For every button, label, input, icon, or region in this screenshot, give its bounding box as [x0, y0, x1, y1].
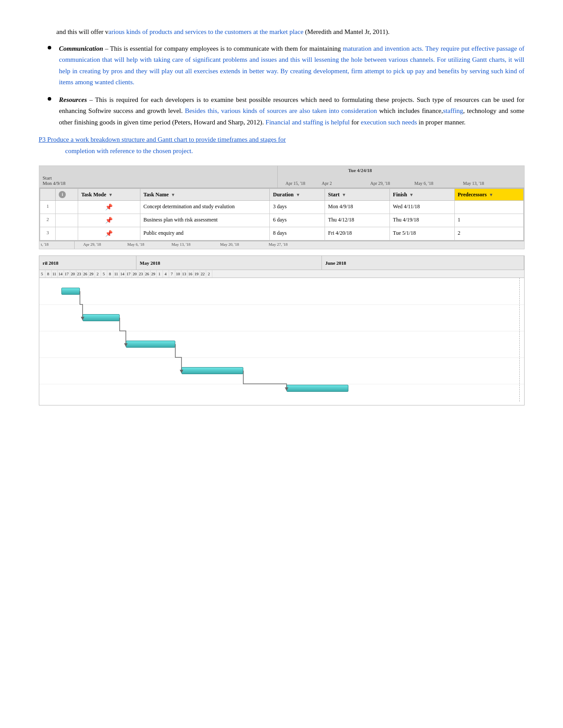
apr29-label: Apr 29, '18: [370, 181, 390, 186]
day-17: 17: [64, 270, 70, 278]
table-row: 2 📌 Business plan with risk assessment 6…: [40, 214, 523, 227]
bullet-dot: [48, 46, 51, 49]
may13-label: May 13, '18: [463, 181, 484, 186]
day-8: 8: [45, 270, 52, 278]
day-m23: 23: [138, 270, 144, 278]
p3-heading-line2: completion with reference to the chosen …: [39, 146, 193, 157]
task-name-arrow[interactable]: ▼: [171, 192, 175, 197]
gantt-connectors: [39, 278, 524, 402]
bullet-item-communication: Communication – This is essential for co…: [39, 43, 525, 88]
start-label: Start: [43, 175, 274, 180]
res-text-after4: in proper manner.: [417, 119, 465, 126]
tue-date-label: Tue 4/24/18: [348, 168, 372, 173]
bullet-item-resources: Resources – This is required for each de…: [39, 94, 525, 128]
task-mode-1: 📌: [78, 201, 140, 214]
duration-arrow[interactable]: ▼: [296, 192, 300, 197]
res-text-after: which includes finance,: [377, 107, 443, 114]
may6-label: May 6, '18: [415, 181, 434, 186]
bottom-dates-right: Apr 29, '18 May 6, '18 May 13, '18 May 2…: [75, 241, 524, 249]
day-m11: 11: [113, 270, 120, 278]
resources-label: Resources: [59, 96, 87, 103]
month-jun: June 2018: [322, 256, 524, 270]
task-name-3: Public enquiry and: [140, 227, 269, 240]
row-info-3: [56, 227, 78, 240]
row-info-2: [56, 214, 78, 227]
pred-arrow[interactable]: ▼: [489, 192, 493, 197]
day-j4: 4: [163, 270, 169, 278]
table-row: 1 📌 Concept determination and study eval…: [40, 201, 523, 214]
gantt-bar-4: [181, 367, 243, 374]
th-task-mode: Task Mode ▼: [78, 189, 140, 201]
bd-may13: May 13, '18: [172, 242, 191, 247]
task-mode-2: 📌: [78, 214, 140, 227]
duration-1: 3 days: [270, 201, 325, 214]
intro-paragraph: and this will offer various kinds of pro…: [39, 26, 525, 38]
day-m2: 2: [95, 270, 101, 278]
day-m26: 26: [144, 270, 151, 278]
day-j19: 19: [194, 270, 200, 278]
month-apr: ril 2018: [39, 256, 136, 270]
day-14: 14: [58, 270, 64, 278]
day-23: 23: [76, 270, 83, 278]
day-j25: 2: [206, 270, 212, 278]
th-duration: Duration ▼: [270, 189, 325, 201]
finish-1: Wed 4/11/18: [389, 201, 454, 214]
gantt-bar-1: [61, 288, 80, 295]
gantt-days-row: 5 8 11 14 17 20 23 26 29 2 5 8 11 14 17 …: [39, 270, 524, 278]
finish-arrow[interactable]: ▼: [409, 192, 414, 197]
task-name-1: Concept determination and study evalutio…: [140, 201, 269, 214]
res-link1: Besides this, various kinds of sources a…: [185, 107, 377, 114]
th-info: i: [56, 189, 78, 201]
bd-may20: May 20, '18: [220, 242, 239, 247]
day-j7: 7: [169, 270, 175, 278]
task-mode-arrow[interactable]: ▼: [108, 192, 113, 197]
p3-heading-line1: P3 Produce a work breakdown structure an…: [39, 136, 286, 143]
gantt-table-header-row: i Task Mode ▼ Task Name ▼ Duration ▼ Sta…: [40, 189, 523, 201]
duration-3: 8 days: [270, 227, 325, 240]
gantt-chart-section: ril 2018 May 2018 June 2018 5 8 11 14 17…: [39, 255, 525, 405]
row-info-1: [56, 201, 78, 214]
intro-text-after: (Meredith and Mantel Jr, 2011).: [303, 28, 389, 35]
bullet-text-communication: Communication – This is essential for co…: [59, 43, 525, 88]
row-num-2: 2: [40, 214, 56, 227]
start-2: Thu 4/12/18: [325, 214, 390, 227]
day-5: 5: [39, 270, 45, 278]
bd-may27: May 27, '18: [269, 242, 288, 247]
day-m17: 17: [126, 270, 132, 278]
gantt-table: i Task Mode ▼ Task Name ▼ Duration ▼ Sta…: [40, 188, 524, 240]
start-3: Fri 4/20/18: [325, 227, 390, 240]
finish-2: Thu 4/19/18: [389, 214, 454, 227]
table-row: 3 📌 Public enquiry and 8 days Fri 4/20/1…: [40, 227, 523, 240]
gantt-table-body: 1 📌 Concept determination and study eval…: [40, 201, 523, 240]
bottom-date-left: t, '18: [39, 241, 75, 249]
row-div-2: [39, 331, 524, 331]
res-link3: Financial and staffing is helpful: [265, 119, 350, 126]
bullet-list: Communication – This is essential for co…: [39, 43, 525, 128]
day-m5: 5: [101, 270, 107, 278]
day-20: 20: [70, 270, 76, 278]
communication-label: Communication: [59, 45, 103, 52]
th-start: Start ▼: [325, 189, 390, 201]
th-predecessors: Predecessors ▼: [454, 189, 523, 201]
pred-2: 1: [454, 214, 523, 227]
res-text-after3: for: [350, 119, 361, 126]
row-div-3: [39, 357, 524, 358]
start-date: Mon 4/9/18: [43, 180, 274, 186]
day-m8: 8: [107, 270, 113, 278]
start-arrow[interactable]: ▼: [342, 192, 346, 197]
apr-label: Apr 2: [322, 181, 332, 186]
finish-3: Tue 5/1/18: [389, 227, 454, 240]
day-m14: 14: [120, 270, 126, 278]
day-26: 26: [83, 270, 89, 278]
day-m20: 20: [132, 270, 138, 278]
row-div-1: [39, 304, 524, 305]
gantt-bottom-datebar: t, '18 Apr 29, '18 May 6, '18 May 13, '1…: [39, 241, 524, 249]
day-m29: 29: [151, 270, 157, 278]
gantt-month-header: ril 2018 May 2018 June 2018: [39, 256, 524, 270]
bd-apr29: Apr 29, '18: [83, 242, 101, 247]
comm-text-before: – This is essential for company employee…: [103, 45, 343, 52]
task-name-2: Business plan with risk assessment: [140, 214, 269, 227]
row-num-3: 3: [40, 227, 56, 240]
main-content: and this will offer various kinds of pro…: [39, 26, 525, 405]
bullet-dot-2: [48, 97, 51, 101]
